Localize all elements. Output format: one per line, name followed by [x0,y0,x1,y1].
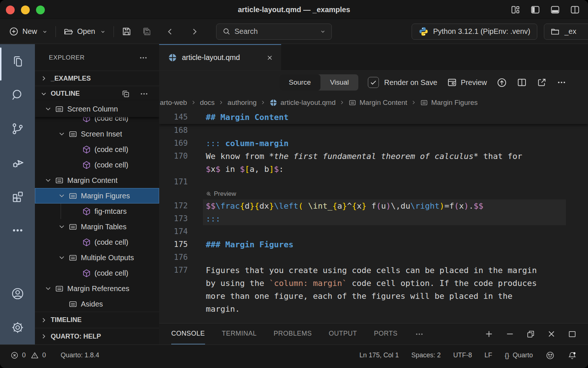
source-control-icon[interactable] [0,112,35,146]
outline-item-margin-content[interactable]: Margin Content [35,173,159,188]
code-line-145[interactable]: 145## Margin Content [159,111,588,124]
save-all-icon[interactable] [141,26,152,37]
customize-layout-icon[interactable] [510,5,520,15]
code-line-172[interactable]: 172$$\frac{d}{dx}\left( \int_{a}^{x} f(u… [159,199,588,212]
tab-article-layout[interactable]: article-layout.qmd [159,44,281,70]
section-timeline[interactable]: TIMELINE [35,312,159,328]
split-editor-icon[interactable] [517,77,527,88]
outline-item-margin-figures[interactable]: Margin Figures [35,188,159,204]
workspace-button[interactable]: _ex [544,24,588,40]
section-outline[interactable]: OUTLINE [35,86,159,101]
panel-tab-problems[interactable]: PROBLEMS [274,323,312,344]
chevron-down-icon[interactable] [43,105,53,113]
panel-tab-terminal[interactable]: TERMINAL [222,323,257,344]
outline-item-screen-inset[interactable]: Screen Inset [35,126,159,142]
chevron-down-icon[interactable] [43,284,53,293]
chevron-down-icon[interactable] [319,28,326,35]
code-line-168[interactable]: 168 [159,124,588,137]
indentation-status[interactable]: Spaces: 2 [411,351,441,359]
more-views-icon[interactable] [0,213,35,247]
preview-button[interactable]: Preview [447,77,487,88]
search-view-icon[interactable] [0,78,35,112]
breadcrumb-margin-content[interactable]: Margin Content [348,99,407,107]
cursor-position-status[interactable]: Ln 175, Col 1 [359,351,399,359]
breadcrumb-docs[interactable]: docs [200,99,215,107]
breadcrumb-authoring[interactable]: authoring [227,99,257,107]
save-icon[interactable] [121,26,132,37]
breadcrumb-article-layout-qmd[interactable]: article-layout.qmd [269,99,336,107]
code-line-wrap[interactable]: more than one figure, each of the figure… [159,290,588,302]
outline-item-margin-tables[interactable]: Margin Tables [35,219,159,234]
search-box[interactable] [216,24,332,40]
code-line-wrap[interactable]: by using the `column: margin` code cell … [159,277,588,290]
chevron-down-icon[interactable] [57,223,67,231]
language-mode-status[interactable]: {} Quarto [505,351,533,360]
breadcrumb-arto-web[interactable]: arto-web [160,99,187,107]
run-debug-icon[interactable] [0,146,35,180]
open-in-new-window-icon[interactable] [537,77,547,88]
close-tab-icon[interactable] [266,54,274,62]
close-panel-icon[interactable] [546,329,556,339]
outline-item-code-cell[interactable]: (code cell) [35,142,159,157]
editor-more-icon[interactable] [556,77,567,88]
explorer-icon[interactable] [0,44,35,78]
render-on-save-toggle[interactable]: Render on Save [368,77,437,88]
panel-more-icon[interactable] [415,323,424,344]
outline-item-code-cell[interactable]: (code cell) [35,234,159,250]
code-line-174[interactable]: 174 [159,225,588,238]
eol-status[interactable]: LF [484,351,492,359]
toggle-bottom-panel-icon[interactable] [550,5,560,15]
problems-status[interactable]: 0 0 [10,351,46,360]
open-button[interactable]: Open [63,26,106,37]
codelens-preview-link[interactable]: Preview [214,188,236,199]
outline-item-asides[interactable]: Asides [35,296,159,312]
chevron-down-icon[interactable] [57,254,67,262]
forward-icon[interactable] [190,27,199,36]
section-examples[interactable]: _EXAMPLES [35,71,159,86]
new-console-icon[interactable] [484,329,494,339]
new-button[interactable]: New [9,26,48,36]
breadcrumb-margin-figures[interactable]: Margin Figures [420,99,478,107]
chevron-down-icon[interactable] [43,176,53,184]
panel-tab-output[interactable]: OUTPUT [329,323,357,344]
maximize-panel-icon[interactable] [567,329,577,339]
restore-panel-icon[interactable] [526,329,535,339]
collapse-all-icon[interactable] [121,89,130,99]
encoding-status[interactable]: UTF-8 [453,351,472,359]
section-quarto-help[interactable]: QUARTO: HELP [35,328,159,344]
back-icon[interactable] [165,27,175,36]
code-line-wrap[interactable]: $x$ in $[a, b]$: [159,163,588,176]
toggle-right-panel-icon[interactable] [570,5,580,15]
panel-tab-console[interactable]: CONSOLE [171,323,205,344]
code-line-177[interactable]: 177Figures that you create using code ce… [159,264,588,277]
code-line-171[interactable]: 171 [159,176,588,188]
code-line-176[interactable]: 176 [159,251,588,264]
outline-item-code-cell[interactable]: (code cell) [35,157,159,173]
explorer-more-icon[interactable] [139,53,148,63]
code-line-170[interactable]: 170We know from *the first fundamental t… [159,150,588,163]
toggle-left-panel-icon[interactable] [530,5,540,15]
mode-visual-button[interactable]: Visual [320,74,358,91]
publish-icon[interactable] [496,77,507,88]
chevron-down-icon[interactable] [57,130,67,138]
extensions-icon[interactable] [0,180,35,213]
code-line-175[interactable]: 175### Margin Figures [159,238,588,251]
minimize-panel-icon[interactable] [505,329,515,339]
code-line-wrap[interactable]: margin. [159,302,588,315]
code-line-173[interactable]: 173::: [159,212,588,225]
outline-item-fig-mtcars[interactable]: fig-mtcars [35,204,159,219]
settings-gear-icon[interactable] [0,311,35,344]
notifications-bell-icon[interactable] [567,351,577,360]
interpreter-selector[interactable]: Python 3.12.1 (PipEnv: .venv) [412,24,537,40]
outline-item-code-cell[interactable]: (code cell) [35,265,159,281]
search-input[interactable] [234,27,316,36]
outline-item-code-cell[interactable]: (code cell) [35,117,159,126]
code-line-169[interactable]: 169::: column-margin [159,137,588,150]
code-editor[interactable]: 145## Margin Content168169::: column-mar… [159,111,588,323]
quarto-version-status[interactable]: Quarto: 1.8.4 [61,351,99,359]
feedback-smiley-icon[interactable] [545,351,555,360]
panel-tab-ports[interactable]: PORTS [374,323,398,344]
mode-source-button[interactable]: Source [279,74,320,91]
outline-item-multiple-outputs[interactable]: Multiple Outputs [35,250,159,265]
account-icon[interactable] [0,277,35,311]
